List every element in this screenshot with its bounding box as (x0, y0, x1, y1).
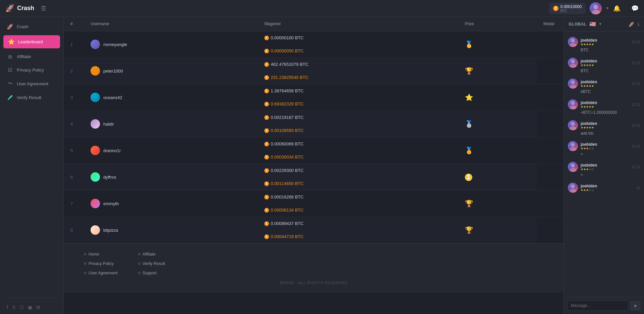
sidebar-item-crash[interactable]: 🚀 Crash (0, 19, 63, 34)
chat-username[interactable]: joebiden (581, 59, 629, 63)
chat-timestamp: 12:13 (632, 40, 640, 44)
prize-btc-icon: ₿ (264, 128, 269, 133)
chat-username[interactable]: joebiden (581, 163, 629, 168)
sidebar-affiliate-label: Affiliate (17, 54, 31, 59)
hamburger-menu[interactable]: ☰ (41, 5, 46, 12)
wagered-amount: 0.00060069 BTC (271, 141, 304, 146)
user-avatar (91, 93, 100, 102)
chat-username[interactable]: joebiden (581, 184, 634, 188)
chat-user-avatar (568, 120, 578, 130)
medium-icon[interactable]: M (36, 305, 40, 310)
chat-stars: ★★★★★ (581, 105, 629, 108)
sidebar-item-privacy-policy[interactable]: ☑ Privacy Policy (0, 63, 63, 77)
top-header: 🚀 Crash ☰ ₿ 0.00010000 BTC ▼ 🔔 💬 (0, 0, 644, 17)
chat-username[interactable]: joebiden (581, 142, 629, 147)
btc-balance[interactable]: ₿ 0.00010000 BTC (549, 3, 586, 14)
chat-send-button[interactable]: ➤ (630, 301, 641, 311)
chat-message-text: add btc (568, 131, 640, 136)
chat-username[interactable]: joebiden (581, 100, 629, 105)
facebook-icon[interactable]: f (7, 305, 8, 310)
table-row: 5 dranno1r ₿ 0.00060069 BTC ₿ 0.00030034… (64, 137, 564, 164)
chat-dropdown-arrow[interactable]: ▼ (599, 22, 602, 26)
notification-bell-icon[interactable]: 🔔 (613, 5, 621, 12)
footer-col-1: Home Privacy Policy User Agreement (84, 252, 118, 275)
chat-stars: ★★★☆☆ (581, 188, 634, 192)
username-label: bitpizza (103, 228, 118, 233)
sidebar-item-affiliate[interactable]: ◎ Affiliate (0, 50, 63, 63)
sidebar-crash-label: Crash (17, 24, 29, 29)
chat-message-input[interactable] (567, 301, 628, 311)
chat-messages: joebiden ★★★★★ 12:13 BTC joebiden ★★★★★ … (564, 32, 644, 297)
rank-cell: 4 (64, 111, 84, 137)
rank-cell: 7 (64, 190, 84, 217)
chat-message: joebiden ★★★★★ 12:13 BTC (564, 34, 644, 55)
username-label: moneyangle (103, 42, 127, 47)
chat-message: joebiden ★★★★★ 12:13 BTC (564, 55, 644, 76)
footer-affiliate-link[interactable]: Affiliate (138, 252, 165, 257)
logo-area: 🚀 Crash ☰ (5, 4, 549, 13)
chat-user-avatar (568, 183, 578, 193)
chat-username[interactable]: joebiden (581, 80, 629, 84)
chat-user-avatar (568, 58, 578, 68)
sidebar-item-verify-result[interactable]: 🧪 Verify Result (0, 91, 63, 104)
instagram-icon[interactable]: ▣ (28, 305, 32, 310)
username-cell: peter1000 (84, 58, 258, 84)
username-label: dranno1r (103, 148, 121, 153)
chat-input-area: ➤ (564, 297, 644, 314)
chat-toggle-icon[interactable]: 💬 (631, 5, 639, 12)
footer-copyright: BRAND - ALL RIGHTS RESERVED (84, 281, 543, 285)
wagered-amount: 0.00229300 BTC (271, 168, 304, 173)
chat-msg-header: joebiden ★★★☆☆ 12:14 (568, 141, 640, 151)
username-label: emmyth (103, 201, 119, 206)
prize-btc-icon: ₿ (264, 75, 269, 80)
footer-privacy-link[interactable]: Privacy Policy (84, 261, 118, 266)
chat-rocket-icon[interactable]: 🚀 (629, 21, 634, 27)
footer-support-link[interactable]: Support (138, 271, 165, 275)
footer-agreement-link[interactable]: User Agreement (84, 271, 118, 275)
leaderboard-container: # Username Wagered Prize Medal 1 moneyan… (64, 17, 564, 314)
username-cell: emmyth (84, 190, 258, 217)
prize-cell: ₿ 0.00030034 BTC (258, 150, 458, 164)
btc-amount: 0.00010000 (560, 4, 582, 9)
wager-btc-icon: ₿ (264, 221, 269, 226)
prize-btc-icon: ₿ (264, 208, 269, 213)
twitter-icon[interactable]: 𝕏 (12, 305, 16, 310)
medal-cell: 🏆 (458, 58, 537, 84)
svg-point-25 (571, 184, 575, 188)
leaderboard-footer: Home Privacy Policy User Agreement Affil… (64, 243, 564, 293)
table-header: # Username Wagered Prize Medal (64, 17, 564, 31)
table-header-row: # Username Wagered Prize Medal (64, 17, 564, 31)
btc-icon: ₿ (553, 6, 558, 11)
chat-message-text: BTC (568, 69, 640, 73)
chat-stars: ★★★☆☆ (581, 147, 629, 150)
prize-amount: 0.00030034 BTC (271, 154, 304, 160)
sidebar-item-leaderboard[interactable]: ⭐ Leaderboard (3, 35, 60, 48)
wagered-amount: 462.47651079 BTC (271, 62, 309, 67)
chat-message-text: +BTC=1.000000000 (568, 110, 640, 115)
wagered-cell: ₿ 0.00219187 BTC (258, 111, 458, 124)
prize-btc-icon: ₿ (264, 181, 269, 186)
medal-cell: 🥇 (458, 31, 537, 58)
user-avatar-button[interactable] (590, 2, 602, 14)
chat-stars: ★★★★★ (581, 63, 629, 67)
user-dropdown-arrow[interactable]: ▼ (606, 6, 609, 10)
chat-username[interactable]: joebiden (581, 121, 629, 126)
col-prize: Prize (458, 17, 537, 31)
chat-username[interactable]: joebiden (581, 38, 629, 43)
wagered-amount: 1.38764658 BTC (271, 88, 304, 93)
username-label: oceans42 (103, 95, 122, 100)
chat-info-icon[interactable]: ℹ (638, 21, 639, 27)
footer-home-link[interactable]: Home (84, 252, 118, 257)
btc-info: 0.00010000 BTC (560, 4, 582, 13)
footer-verify-link[interactable]: Verify Result (138, 261, 165, 266)
sidebar-item-user-agreement[interactable]: 〜 User Agreement (0, 77, 63, 91)
discord-icon[interactable]: ⬡ (20, 305, 24, 310)
table-row: 4 haldir ₿ 0.00219187 BTC ₿ 0.00109593 B… (64, 111, 564, 137)
rank-cell: 6 (64, 164, 84, 190)
wager-btc-icon: ₿ (264, 89, 269, 93)
rank-cell: 2 (64, 58, 84, 84)
chat-user-info: joebiden ★★★☆☆ (581, 163, 629, 171)
wagered-amount: 0.00089437 BTC (271, 221, 304, 226)
prize-amount: 0.00109593 BTC (271, 128, 304, 133)
chat-timestamp: 12:13 (632, 61, 640, 65)
